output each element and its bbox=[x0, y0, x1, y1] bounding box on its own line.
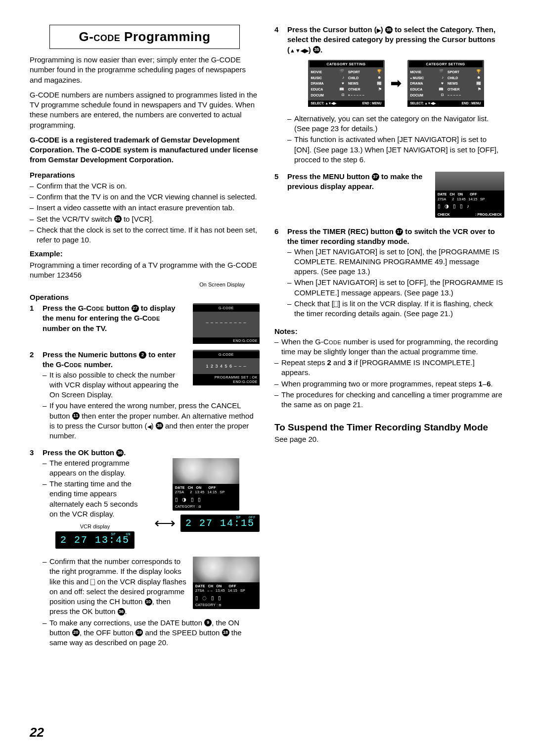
list-item: It is also possible to check the number … bbox=[49, 370, 188, 400]
list-item: If you have entered the wrong number, pr… bbox=[49, 401, 260, 441]
step-4: 4 Press the Cursor button (▶) 35 to sele… bbox=[274, 25, 504, 166]
list-item: Alternatively, you can set the category … bbox=[294, 114, 504, 134]
suspend-heading: To Suspend the Timer Recording Standby M… bbox=[274, 422, 504, 433]
page-title: G-code Programming bbox=[49, 25, 240, 49]
list-item: The entered programme appears on the dis… bbox=[49, 458, 147, 478]
trademark-notice: G-CODE is a registered trademark of Gems… bbox=[30, 135, 260, 165]
step-1: 1 Press the G-Code button 27 to display … bbox=[30, 303, 260, 344]
list-item: Confirm that the TV is on and the VCR vi… bbox=[37, 192, 260, 202]
doc-icon: ▯ bbox=[218, 595, 221, 602]
list-item: Confirm that the number corresponds to t… bbox=[49, 557, 188, 617]
ref-35b-icon: 35 bbox=[385, 26, 393, 34]
ref-35c-icon: 35 bbox=[313, 46, 320, 53]
ref-10-icon: 10 bbox=[145, 598, 152, 606]
drama-icon: ♥ bbox=[342, 81, 344, 87]
photo-osd-2: DATECHONOFF 27SA– –13:4514:15SP ▯◌▯▯ CAT… bbox=[193, 557, 260, 609]
operations-heading: Operations bbox=[30, 292, 260, 302]
child-icon: ☻ bbox=[377, 75, 381, 81]
ref-19-icon: 19 bbox=[135, 629, 143, 636]
osd-gcode-empty: G-CODE – – – – – – – – – END:G-CODE bbox=[193, 303, 260, 344]
doc-icon: ▯ bbox=[191, 496, 194, 503]
example-text: Programming a timer recording of a TV pr… bbox=[30, 260, 260, 281]
ref-35-icon: 35 bbox=[156, 422, 163, 429]
flash-icon: ◌ bbox=[202, 595, 207, 602]
category-setting-osd-1: CATEGORY SETTING MOVIE🎬 MUSIC♪ DRAMA♥ ED… bbox=[308, 60, 385, 107]
step-2: 2 Press the Numeric buttons 2 to enter t… bbox=[30, 350, 260, 442]
category-setting-osd-2: CATEGORY SETTING MOVIE🎬 MUSIC♪ DRAMA♥ ED… bbox=[407, 60, 484, 107]
suspend-text: See page 20. bbox=[274, 434, 504, 444]
step-6: 6 Press the TIMER (REC) button 17 to swi… bbox=[274, 227, 504, 320]
osd-caption: On Screen Display bbox=[30, 281, 260, 288]
ref-18-icon: 18 bbox=[222, 629, 229, 636]
ref-37-icon: 37 bbox=[372, 173, 379, 181]
list-item: Set the VCR/TV switch 21 to [VCR]. bbox=[37, 214, 260, 224]
other-icon: ⚑ bbox=[378, 87, 382, 93]
arrow-icon: ⟷ bbox=[152, 516, 178, 530]
movie-icon: 🎬 bbox=[339, 69, 344, 75]
notes-heading: Notes: bbox=[274, 327, 504, 336]
list-item: When [JET NAVIGATOR] is set to [ON], the… bbox=[294, 247, 504, 277]
doc-icon: ▯ bbox=[198, 496, 201, 503]
ref-36b-icon: 36 bbox=[118, 608, 125, 615]
vcr-display-off: SP OFF 2 27 14:15 bbox=[180, 515, 260, 532]
step-5-lead: Press the MENU button 37 to make the pre… bbox=[287, 172, 426, 192]
preparations-list: Confirm that the VCR is on. Confirm that… bbox=[30, 181, 260, 245]
list-item: The procedures for checking and cancelli… bbox=[281, 390, 504, 410]
list-item: Check that the clock is set to the corre… bbox=[37, 225, 260, 245]
step-1-lead: Press the G-Code button 27 to display th… bbox=[43, 303, 188, 333]
doc-icon: ◑ bbox=[182, 496, 186, 503]
intro-paragraph-2: G-CODE numbers are numbers assigned to p… bbox=[30, 90, 260, 130]
list-item: The starting time and the ending time ap… bbox=[49, 479, 147, 519]
doc-icon: ▯ bbox=[175, 496, 178, 503]
list-item: Insert a video cassette with an intact e… bbox=[37, 203, 260, 213]
list-item: When [JET NAVIGATOR] is set to [OFF], th… bbox=[294, 278, 504, 298]
vcr-display-on: SP ON 2 27 13:45 bbox=[55, 531, 134, 549]
example-heading: Example: bbox=[30, 249, 260, 259]
vcr-display-label: VCR display bbox=[43, 523, 147, 530]
list-item: Check that [⎕] is lit on the VCR display… bbox=[294, 299, 504, 319]
photo-osd-1: DATECHONOFF 27SA213:4514:15SP ▯◑▯▯ CATEG… bbox=[173, 458, 239, 511]
docum-icon: ◘ bbox=[342, 93, 344, 98]
check-osd: DATECHONOFF 27SA213:4514:15SP ▯◑▯▯♪ CHEC… bbox=[435, 172, 504, 218]
list-item: To make any corrections, use the DATE bu… bbox=[49, 618, 260, 648]
sport-icon: 🏆 bbox=[377, 69, 382, 75]
news-icon: 📰 bbox=[377, 81, 382, 87]
step-6-lead: Press the TIMER (REC) button 17 to switc… bbox=[287, 227, 504, 247]
step-3-lead: Press the OK button 36. bbox=[43, 448, 260, 458]
educa-icon: 📖 bbox=[339, 87, 344, 93]
doc-icon: ▯ bbox=[195, 595, 198, 602]
list-item: Confirm that the VCR is on. bbox=[37, 181, 260, 191]
step-3: 3 Press the OK button 36. The entered pr… bbox=[30, 448, 260, 649]
ref-21-icon: 21 bbox=[114, 215, 122, 223]
list-item: When the G-Code number is used for progr… bbox=[281, 337, 504, 357]
step-5: 5 Press the MENU button 37 to make the p… bbox=[274, 172, 504, 218]
ref-9-icon: 9 bbox=[204, 619, 212, 626]
step-2-lead: Press the Numeric buttons 2 to enter the… bbox=[43, 350, 188, 370]
ref-17-icon: 17 bbox=[396, 228, 403, 236]
list-item: When programming two or more programmes,… bbox=[281, 379, 504, 389]
arrow-right-icon: ➡ bbox=[391, 75, 401, 92]
ref-20-icon: 20 bbox=[72, 629, 80, 636]
ref-11-icon: 11 bbox=[72, 412, 80, 420]
music-icon: ♪ bbox=[342, 75, 344, 81]
ref-2-icon: 2 bbox=[139, 351, 146, 359]
step-4-lead: Press the Cursor button (▶) 35 to select… bbox=[287, 25, 504, 55]
list-item: This function is activated when [JET NAV… bbox=[294, 135, 504, 165]
intro-paragraph-1: Programming is now easier than ever; sim… bbox=[30, 55, 260, 85]
page-number: 22 bbox=[30, 724, 44, 741]
doc-icon: ▯ bbox=[211, 595, 214, 602]
osd-gcode-entered: G-CODE 1 2 3 4 5 6 – – – PROGRAMME SET :… bbox=[193, 350, 260, 385]
list-item: Repeat steps 2 and 3 if [PROGRAMME IS IN… bbox=[281, 358, 504, 378]
ref-27-icon: 27 bbox=[132, 305, 139, 312]
preparations-heading: Preparations bbox=[30, 170, 260, 180]
ref-36-icon: 36 bbox=[116, 449, 124, 457]
notes-list: When the G-Code number is used for progr… bbox=[274, 337, 504, 410]
